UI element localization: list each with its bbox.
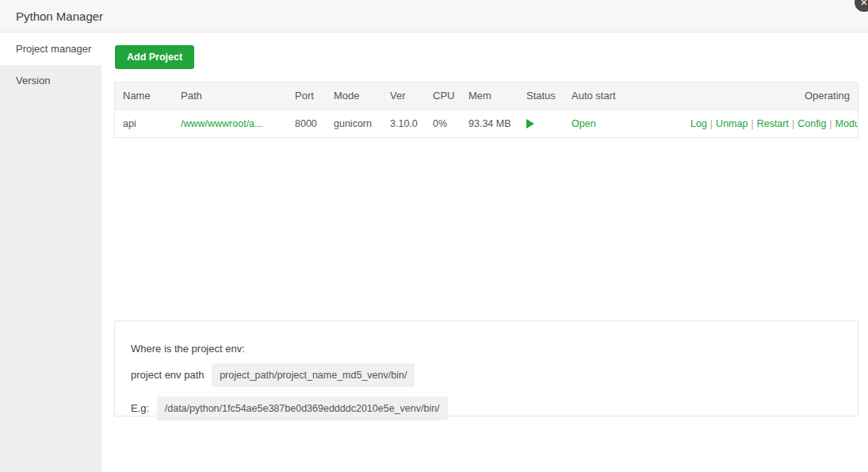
cell-status [518, 109, 564, 137]
sidebar-item-project-manager[interactable]: Project manager [0, 33, 101, 65]
play-icon[interactable] [526, 119, 534, 129]
action-separator: | [792, 118, 794, 129]
help-heading: Where is the project env: [131, 340, 842, 358]
help-example-line: E.g: /data/python/1fc54ae5e387be0d369edd… [131, 397, 842, 420]
config-link[interactable]: Config [797, 118, 826, 129]
cell-cpu: 0% [425, 109, 461, 137]
action-separator: | [710, 118, 713, 129]
log-link[interactable]: Log [690, 118, 707, 129]
action-separator: | [751, 118, 753, 129]
add-project-button[interactable]: Add Project [115, 45, 194, 69]
cell-operating: Log|Unmap|Restart|Config|Module|Del [683, 109, 858, 137]
col-header-mem: Mem [461, 83, 518, 109]
python-manager-window: Python Manager × Project manager Version… [0, 0, 868, 472]
col-header-operating: Operating [683, 83, 858, 109]
env-path-value: project_path/project_name_md5_venv/bin/ [212, 363, 415, 387]
cell-port: 8000 [287, 109, 326, 137]
col-header-autostart: Auto start [564, 83, 683, 109]
col-header-status: Status [518, 83, 564, 109]
example-label: E.g: [131, 402, 149, 414]
cell-path: /www/wwwroot/a... [173, 109, 287, 137]
env-path-label: project env path [131, 369, 205, 381]
unmap-link[interactable]: Unmap [716, 118, 748, 129]
cell-ver: 3.10.0 [382, 109, 425, 137]
path-link[interactable]: /www/wwwroot/a... [181, 118, 263, 129]
cell-mem: 93.34 MB [461, 109, 518, 137]
cell-mode: gunicorn [326, 109, 382, 137]
col-header-cpu: CPU [425, 83, 461, 109]
col-header-ver: Ver [382, 83, 425, 109]
cell-autostart: Open [564, 109, 683, 137]
sidebar-item-version[interactable]: Version [0, 65, 101, 97]
module-link[interactable]: Module [835, 118, 858, 129]
restart-link[interactable]: Restart [757, 118, 789, 129]
project-table: Name Path Port Mode Ver CPU Mem Status A… [114, 82, 858, 138]
action-separator: | [829, 118, 832, 129]
table-header-row: Name Path Port Mode Ver CPU Mem Status A… [115, 83, 858, 109]
page-title: Python Manager [16, 0, 103, 33]
titlebar: Python Manager [0, 0, 868, 33]
col-header-port: Port [287, 83, 326, 109]
sidebar: Project manager Version [0, 33, 101, 472]
col-header-name: Name [115, 83, 173, 109]
cell-name: api [115, 109, 173, 137]
table-row: api /www/wwwroot/a... 8000 gunicorn 3.10… [115, 109, 858, 137]
help-box: Where is the project env: project env pa… [114, 320, 858, 416]
example-value: /data/python/1fc54ae5e387be0d369eddddc20… [157, 397, 448, 420]
autostart-open-link[interactable]: Open [572, 118, 596, 129]
main-content: Add Project Name Path Port Mode Ver CPU [101, 33, 868, 472]
col-header-mode: Mode [326, 83, 382, 109]
help-env-path-line: project env path project_path/project_na… [131, 363, 842, 387]
col-header-path: Path [173, 83, 287, 109]
